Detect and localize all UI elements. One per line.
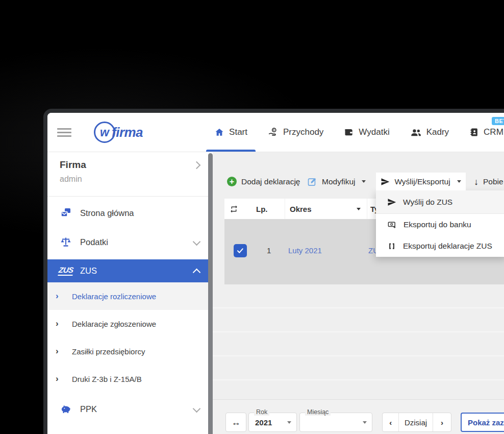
range-toggle-button[interactable]: ↔ [225,413,246,432]
month-select-label: Miesiąc [305,409,331,416]
sidebar-item-label: ZUS [80,266,97,276]
nav-tab-label: Wydatki [359,127,389,137]
table-header-select[interactable]: Lp. [224,199,285,219]
company-switcher[interactable]: Firma [60,159,200,171]
caret-down-icon [457,180,461,183]
menu-item-label: Eksportuj deklaracje ZUS [403,242,492,251]
menu-item-label: Eksportuj do banku [404,220,471,229]
today-button[interactable]: Dzisiaj [399,413,433,431]
menu-item-wyslij-do-zus[interactable]: Wyślij do ZUS [376,190,504,214]
column-label-lp: Lp. [256,205,268,213]
wallet-icon [344,127,354,137]
logo-text: firma [112,125,143,140]
table-row-empty [213,380,504,400]
download-button[interactable]: ↓ Pobie [474,173,503,190]
caret-down-icon [287,421,291,424]
edit-icon [307,177,317,187]
year-select[interactable]: Rok 2021 [248,413,297,432]
table-row-empty [213,332,504,356]
send-export-dropdown-menu: Wyślij do ZUS Eksportuj do banku [376,190,504,257]
banknote-icon [387,220,397,229]
show-selected-label: Pokaż zazn [468,418,504,427]
wfirma-app: w firma Start [47,113,504,434]
empty-table-rows [213,284,504,400]
sidebar-subitem-deklaracje-zgloszeniowe[interactable]: › Deklaracje zgłoszeniowe [47,310,213,337]
check-icon [236,247,244,255]
download-arrow-icon: ↓ [474,177,478,186]
nav-tab-label: CRM [484,127,503,137]
footer-filter-bar: ↔ Rok 2021 Miesiąc ‹ [213,399,504,434]
left-right-arrow-icon: ↔ [232,418,241,427]
menu-bar [57,132,71,133]
sidebar-item-zus[interactable]: ZUS ZUS [47,259,213,282]
menu-button[interactable] [57,128,71,137]
year-select-label: Rok [254,409,269,416]
sidebar-subitem-zasilki-przedsiebiorcy[interactable]: › Zasiłki przedsiębiorcy [47,337,213,365]
row-link-okres[interactable]: Luty 2021 [288,246,322,255]
download-label: Pobie [483,177,503,186]
plus-icon: + [227,177,237,186]
nav-tab-kadry[interactable]: Kadry [410,113,449,152]
home-icon [214,127,224,137]
sidebar-subitem-label: Deklaracje rozliczeniowe [72,292,156,301]
table-row-empty [213,284,504,308]
caret-down-icon [357,208,361,210]
hand-coin-icon [268,127,279,138]
sidebar-subitem-label: Deklaracje zgłoszeniowe [72,320,156,328]
chevron-right-icon [193,161,201,170]
brackets-icon [387,242,396,251]
swap-icon [230,205,238,213]
row-checkbox-checked[interactable] [234,244,247,257]
table-header-okres[interactable]: Okres [285,199,367,219]
nav-tab-start[interactable]: Start [214,113,247,152]
beta-badge: BETA [492,117,504,125]
zus-logo-icon: ZUS [59,266,73,276]
menu-bar [57,128,71,130]
row-cell-lp: 1 [267,246,271,255]
sidebar-item-ppk[interactable]: PPK [47,397,213,421]
sidebar-item-podatki[interactable]: Podatki [47,230,213,254]
contact-book-icon [469,127,479,137]
chevron-down-icon [193,405,201,413]
previous-period-button[interactable]: ‹ [383,413,399,431]
sidebar-subitem-deklaracje-rozliczeniowe[interactable]: › Deklaracje rozliczeniowe [47,282,213,310]
screen: w firma Start [0,0,504,434]
send-export-button[interactable]: Wyślij/Eksportuj [376,173,466,190]
people-icon [410,127,422,138]
nav-tab-crm[interactable]: CRM BETA [469,113,503,152]
sidebar-item-label: PPK [80,404,97,414]
paper-plane-icon [381,177,390,186]
next-period-button[interactable]: › [433,413,451,431]
nav-tab-wydatki[interactable]: Wydatki [344,113,389,152]
menu-bar [57,135,71,137]
month-select[interactable]: Miesiąc [299,413,372,432]
wfirma-logo[interactable]: w firma [94,122,143,143]
year-select-value: 2021 [255,418,272,427]
browser-window-frame: w firma Start [43,109,504,434]
menu-item-eksportuj-deklaracje-zus[interactable]: Eksportuj deklaracje ZUS [376,235,504,257]
sidebar-subitem-label: Zasiłki przedsiębiorcy [72,347,145,356]
main-nav: Start Przychody [214,113,503,152]
modify-button[interactable]: Modyfikuj [307,173,366,190]
angle-right-icon: › [56,291,64,301]
piggy-bank-icon [59,403,73,415]
send-export-label: Wyślij/Eksportuj [394,177,450,186]
nav-tab-przychody[interactable]: Przychody [268,113,323,152]
add-declaration-button[interactable]: + Dodaj deklarację [227,173,300,190]
menu-item-label: Wyślij do ZUS [403,198,452,207]
menu-item-eksportuj-do-banku[interactable]: Eksportuj do banku [376,214,504,235]
sidebar-scrollbar[interactable] [208,153,213,434]
table-row-empty [213,356,504,380]
table-row-empty [213,308,504,332]
angle-right-icon: › [56,319,64,329]
company-user: admin [60,175,82,184]
main-content: + Dodaj deklarację Modyfikuj [213,152,504,434]
sidebar-subitem-druki[interactable]: › Druki Z-3b i Z-15A/B [47,365,213,393]
show-selected-button[interactable]: Pokaż zazn [461,413,504,432]
sidebar-item-label: Podatki [80,237,108,247]
sidebar-item-strona-glowna[interactable]: Strona główna [47,201,213,225]
modify-label: Modyfikuj [322,177,355,186]
caret-down-icon [363,421,367,424]
mail-cards-icon [59,207,73,219]
add-declaration-label: Dodaj deklarację [241,177,300,186]
